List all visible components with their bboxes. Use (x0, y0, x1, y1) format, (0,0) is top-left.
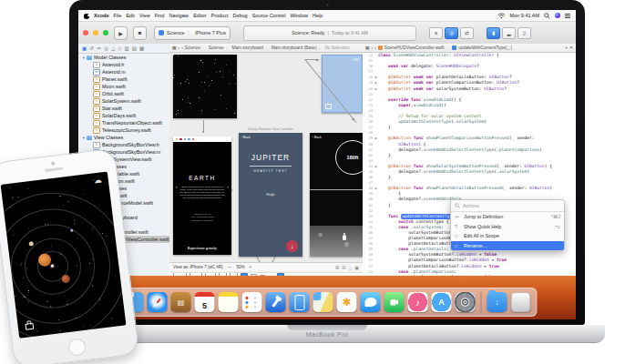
popup-item-show-quick-help[interactable]: ?Show Quick Help⌥ (451, 222, 564, 232)
facetime-dock-icon[interactable] (384, 292, 405, 312)
trash-dock-icon[interactable] (511, 292, 531, 312)
menu-product[interactable]: Product (211, 13, 229, 18)
notes-dock-icon[interactable] (219, 292, 239, 312)
experience-gravity-button[interactable]: Experience gravity (173, 247, 231, 250)
navigator-panel-button[interactable]: ▮ (487, 27, 500, 39)
reminders-dock-icon[interactable] (242, 292, 262, 312)
simulator-dock-icon[interactable] (290, 292, 310, 312)
moon-jumper-scene[interactable]: Moon Jumper View Controller ‹ Back 180ft (310, 133, 363, 257)
messages-dock-icon[interactable] (361, 292, 381, 312)
related-items-icon[interactable]: ▦ (365, 46, 370, 50)
view-as-button[interactable]: View as: iPhone 7 (wC hR) (173, 265, 223, 269)
stop-button[interactable]: ■ (133, 26, 147, 40)
close-window-button[interactable] (83, 30, 88, 35)
source-control-icon[interactable]: ↺ (89, 46, 94, 51)
breadcrumb-segment[interactable]: Main.storyboard (Base) (272, 46, 317, 51)
drop-action-button[interactable]: ↓ (286, 240, 298, 252)
scheme-selector[interactable]: Science 〉 iPhone 7 Plus (154, 26, 231, 40)
run-button[interactable]: ▶ (114, 26, 128, 40)
navigator-item-transneptunianobject-swift[interactable]: sTransNeptunianObject.swift (78, 119, 169, 126)
contacts-dock-icon[interactable]: ▤ (171, 292, 191, 312)
menu-file[interactable]: File (114, 13, 122, 18)
menu-bar-clock[interactable]: Mon 9:41 AM (510, 13, 539, 18)
menu-help[interactable]: Help (312, 13, 323, 18)
navigator-item-solarsystem-swift[interactable]: sSolarSystem.swift (78, 97, 169, 105)
previous-planet-chevron[interactable]: ‹ (176, 184, 178, 189)
navigator-item-backgroundskyboxview-h[interactable]: hBackgroundSkyBoxView.h (78, 141, 169, 148)
calendar-dock-icon[interactable]: 5 (195, 292, 215, 312)
source-code-editor[interactable]: 14class SceneHUDViewController: UIViewCo… (363, 53, 576, 288)
menu-debug[interactable]: Debug (232, 13, 247, 18)
back-button[interactable]: ‹ Back (312, 136, 322, 139)
back-icon[interactable]: ‹ (372, 46, 374, 50)
breadcrumb-segment[interactable]: Main.storyboard (232, 46, 263, 51)
debug-icon[interactable]: ▥ (125, 46, 129, 51)
navigator-item-solardays-swift[interactable]: sSolarDays.swift (78, 112, 169, 119)
navigator-item-model-classes[interactable]: ▾Model Classes (78, 54, 169, 61)
navigator-item-star-swift[interactable]: sStar.swift (78, 105, 169, 112)
home-button[interactable] (67, 338, 86, 357)
zoom-out-button[interactable]: — (228, 265, 232, 269)
resolve-auto-layout-icon[interactable]: △ (348, 265, 352, 270)
breadcrumb-file[interactable]: SceneHUDViewController.swift (384, 46, 445, 50)
tests-icon[interactable]: ◇ (118, 46, 121, 51)
breakpoints-icon[interactable]: ▤ (132, 46, 137, 51)
align-icon[interactable]: ⊞ (335, 265, 339, 270)
breadcrumb-segment[interactable]: Science (209, 46, 224, 51)
close-assistant-button[interactable]: ✕ (569, 46, 573, 50)
notification-center-icon[interactable] (565, 14, 570, 18)
earth-detail-scene[interactable]: ‹ › EARTH Earth, otherwise known as the … (173, 136, 231, 255)
navigator-item-planet-swift[interactable]: sPlanet.swift (78, 76, 169, 83)
menu-view[interactable]: View (139, 13, 150, 18)
project-navigator-icon[interactable]: ▣ (82, 46, 87, 51)
navigator-item-asteroid-m[interactable]: mAsteroid.m (78, 68, 169, 76)
next-planet-chevron[interactable]: › (227, 184, 229, 189)
pin-icon[interactable]: ⊟ (342, 265, 345, 270)
storyboard-canvas[interactable]: 180ft ▼ ▶ ◉ ◉ (169, 53, 363, 262)
breadcrumb-symbol[interactable]: updateWithContentType(_:) (458, 46, 512, 50)
utilities-panel-button[interactable]: ▯ (517, 27, 531, 39)
xcode-dock-icon[interactable] (266, 292, 286, 312)
menu-source-control[interactable]: Source Control (252, 13, 286, 18)
gravity-simulator-scene[interactable]: Gravity Simulator View Controller ‹ Back… (239, 133, 302, 257)
minimize-window-button[interactable] (93, 30, 98, 35)
photos-dock-icon[interactable]: ✱ (337, 292, 357, 312)
safari-dock-icon[interactable] (148, 292, 168, 312)
downloads-dock-icon[interactable] (487, 292, 507, 312)
assistant-editor-button[interactable]: ◎ (445, 27, 458, 39)
zoom-window-button[interactable] (103, 30, 108, 35)
navigator-item-moon-swift[interactable]: sMoon.swift (78, 83, 169, 90)
menu-find[interactable]: Find (155, 13, 165, 18)
spotlight-search-icon[interactable] (544, 13, 550, 19)
reports-icon[interactable]: ▦ (139, 46, 144, 51)
iphone-screen[interactable]: ☁ (1, 172, 127, 339)
menu-window[interactable]: Window (290, 13, 308, 18)
system-preferences-dock-icon[interactable]: ⚙ (456, 292, 476, 312)
forward-icon[interactable]: › (181, 46, 183, 50)
code-jump-bar[interactable]: ▦ ‹ › SceneHUDViewController.swift 〉 upd… (363, 44, 576, 53)
menu-editor[interactable]: Editor (193, 13, 206, 18)
add-assistant-button[interactable]: + (565, 46, 568, 50)
navigator-item-view-classes[interactable]: ▾View Classes (78, 134, 169, 141)
back-button[interactable]: ‹ Back (241, 136, 251, 139)
symbols-icon[interactable]: ≔ (97, 46, 102, 51)
navigator-item-telescopicsurvey-swift[interactable]: sTelescopicSurvey.swift (78, 126, 169, 134)
debug-area-button[interactable]: ▂ (502, 27, 516, 39)
menu-navigate[interactable]: Navigate (169, 13, 189, 18)
zoom-in-button[interactable]: + (250, 265, 252, 269)
back-icon[interactable]: ‹ (179, 46, 180, 50)
siri-icon[interactable] (555, 13, 560, 18)
breadcrumb-segment[interactable]: No Selection (324, 46, 349, 51)
menu-edit[interactable]: Edit (126, 13, 134, 18)
issues-icon[interactable]: △ (111, 46, 115, 51)
navigator-item-asteroid-h[interactable]: hAsteroid.h (78, 61, 169, 68)
version-editor-button[interactable]: ⇄ (460, 27, 474, 39)
popup-item-rename-[interactable]: □Rename… (451, 241, 564, 251)
storyboard-jump-bar[interactable]: ▦ ‹ › Science〉Science〉Main.storyboard〉Ma… (169, 44, 363, 53)
action-search-field[interactable]: Actions (451, 200, 564, 212)
standard-editor-button[interactable]: ≡ (429, 27, 443, 39)
maps-dock-icon[interactable] (313, 292, 333, 312)
skybox-scene[interactable] (173, 55, 237, 118)
itunes-dock-icon[interactable]: ♪ (408, 292, 428, 312)
app-store-dock-icon[interactable]: A (432, 292, 452, 312)
